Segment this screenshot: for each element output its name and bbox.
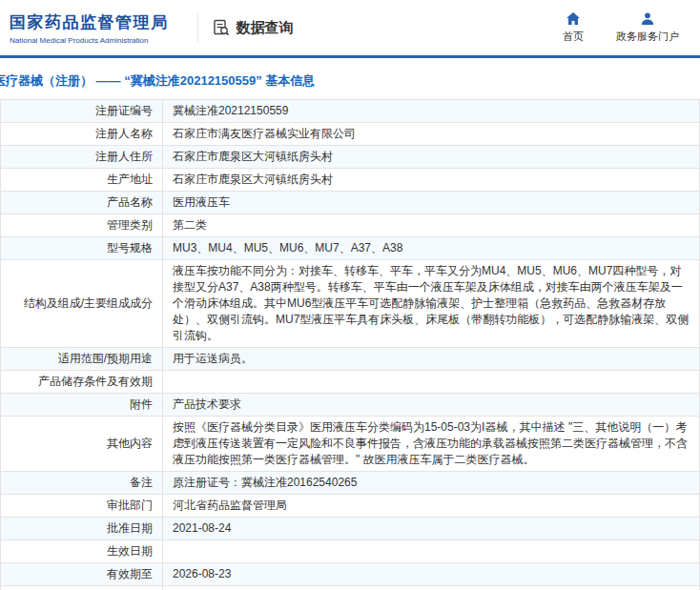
person-icon [640,11,655,27]
row-value: 2026-08-23 [163,563,700,586]
row-label: 结构及组成/主要组成成分 [1,260,163,348]
header-nav: 首页 政务服务门户 [563,11,679,44]
header-accent-line [0,55,700,58]
document-search-icon [212,18,231,37]
table-row: 生产地址石家庄市鹿泉区大河镇纸房头村 [1,169,700,192]
section-title: 数据查询 [212,18,294,37]
row-value: 石家庄市满友医疗器械实业有限公司 [163,123,700,146]
section-title-label: 数据查询 [237,19,294,37]
row-value: 冀械注准20212150559 [163,100,700,123]
row-label: 注册人名称 [1,123,163,146]
table-row: 备注原注册证号：冀械注准20162540265 [1,472,700,495]
row-label: 管理类别 [1,214,163,237]
row-value: 液压车按功能不同分为：对接车、转移车、平车，平车又分为MU4、MU5、MU6、M… [163,260,700,348]
table-row: 产品储存条件及有效期 [1,371,700,394]
home-icon [566,11,581,27]
table-row: 管理类别第二类 [1,214,700,237]
table-row: 其他内容按照《医疗器械分类目录》医用液压车分类编码为15-05-03为Ⅰ器械，其… [1,417,700,472]
table-row: 结构及组成/主要组成成分液压车按功能不同分为：对接车、转移车、平车，平车又分为M… [1,260,700,348]
table-row: 型号规格MU3、MU4、MU5、MU6、MU7、A37、A38 [1,237,700,260]
table-row: 适用范围/预期用途用于运送病员。 [1,348,700,371]
row-label: 产品储存条件及有效期 [1,371,163,394]
row-label: 注册证编号 [1,100,163,123]
site-header: 国家药品监督管理局 National Medical Products Admi… [0,0,700,55]
nav-portal[interactable]: 政务服务门户 [616,11,679,44]
row-label: 适用范围/预期用途 [1,348,163,371]
row-label: 有效期至 [1,563,163,586]
row-label: 注册人住所 [1,146,163,169]
row-value: 产品技术要求 [163,394,700,417]
row-value: MU3、MU4、MU5、MU6、MU7、A37、A38 [163,237,700,260]
row-label: 变更情况 [1,586,163,590]
table-row: 批准日期2021-08-24 [1,518,700,540]
row-label: 审批部门 [1,495,163,518]
row-value: 用于运送病员。 [163,348,700,371]
row-label: 生效日期 [1,540,163,563]
table-row: 生效日期 [1,540,700,563]
info-table-body: 注册证编号冀械注准20212150559注册人名称石家庄市满友医疗器械实业有限公… [1,100,700,590]
logo-title: 国家药品监督管理局 [10,11,169,33]
header-divider [197,13,198,42]
table-row: 附件产品技术要求 [1,394,700,417]
row-label: 型号规格 [1,237,163,260]
table-row: 审批部门河北省药品监督管理局 [1,495,700,518]
nav-portal-label: 政务服务门户 [616,30,679,44]
row-value: 石家庄市鹿泉区大河镇纸房头村 [163,169,700,192]
row-value: 按照《医疗器械分类目录》医用液压车分类编码为15-05-03为Ⅰ器械，其中描述 … [163,417,700,472]
row-value: 石家庄市鹿泉区大河镇纸房头村 [163,146,700,169]
nmpa-logo: 国家药品监督管理局 National Medical Products Admi… [10,11,169,45]
row-value [163,540,700,563]
table-row: 有效期至2026-08-23 [1,563,700,586]
nav-home[interactable]: 首页 [563,11,584,44]
row-value: 2021-08-24 [163,518,700,540]
row-value: 第二类 [163,214,700,237]
table-row: 产品名称医用液压车 [1,192,700,214]
table-row: 注册人名称石家庄市满友医疗器械实业有限公司 [1,123,700,146]
table-row: 注册证编号冀械注准20212150559 [1,100,700,123]
logo-subtitle: National Medical Products Administration [10,36,169,45]
row-label: 批准日期 [1,518,163,540]
row-value: 医用液压车 [163,192,700,214]
row-value: null [163,586,700,590]
row-label: 其他内容 [1,417,163,472]
table-row: 变更情况null [1,586,700,590]
row-value: 原注册证号：冀械注准20162540265 [163,472,700,495]
page-title: 医疗器械（注册） —— “冀械注准20212150559” 基本信息 [0,72,700,90]
row-value: 河北省药品监督管理局 [163,495,700,518]
row-value [163,371,700,394]
row-label: 生产地址 [1,169,163,192]
nav-home-label: 首页 [563,30,584,44]
row-label: 产品名称 [1,192,163,214]
table-row: 注册人住所石家庄市鹿泉区大河镇纸房头村 [1,146,700,169]
row-label: 备注 [1,472,163,495]
registration-info-table: 注册证编号冀械注准20212150559注册人名称石家庄市满友医疗器械实业有限公… [0,99,700,590]
row-label: 附件 [1,394,163,417]
